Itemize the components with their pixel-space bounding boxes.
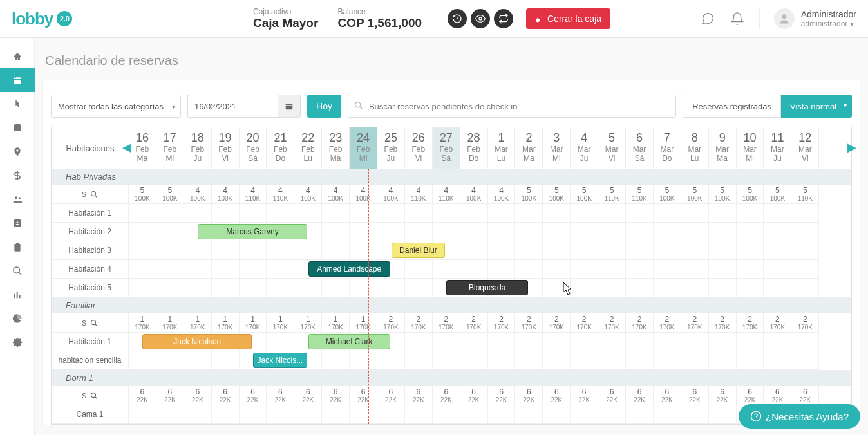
- room-cell[interactable]: [184, 241, 212, 260]
- room-cell[interactable]: [737, 204, 764, 223]
- room-cell[interactable]: [405, 405, 433, 424]
- room-cell[interactable]: [681, 351, 709, 370]
- room-cell[interactable]: [377, 223, 405, 241]
- room-cell[interactable]: [515, 351, 543, 370]
- room-cell[interactable]: [571, 279, 598, 297]
- date-header[interactable]: 28FebDo: [460, 127, 488, 169]
- room-cell[interactable]: [709, 351, 737, 370]
- room-cell[interactable]: [129, 241, 156, 260]
- eye-icon[interactable]: [471, 9, 490, 28]
- room-cell[interactable]: [709, 204, 737, 223]
- room-cell[interactable]: [654, 204, 681, 223]
- help-button[interactable]: ¿Necesitas Ayuda?: [739, 404, 860, 429]
- room-cell[interactable]: [737, 279, 764, 297]
- room-cell[interactable]: [791, 241, 819, 260]
- room-cell[interactable]: [709, 405, 737, 424]
- date-header[interactable]: 27FebSá: [433, 127, 460, 169]
- room-cell[interactable]: [433, 260, 460, 279]
- room-cell[interactable]: [543, 351, 571, 370]
- nav-search[interactable]: [0, 259, 35, 282]
- room-cell[interactable]: [709, 260, 737, 279]
- room-cell[interactable]: [626, 351, 654, 370]
- room-cell[interactable]: [184, 260, 212, 279]
- room-cell[interactable]: [515, 223, 543, 241]
- room-cell[interactable]: [488, 204, 516, 223]
- room-cell[interactable]: [156, 223, 184, 241]
- room-cell[interactable]: [571, 223, 598, 241]
- room-cell[interactable]: [267, 241, 294, 260]
- room-cell[interactable]: [543, 223, 571, 241]
- room-cell[interactable]: [626, 204, 654, 223]
- room-cell[interactable]: [764, 279, 791, 297]
- nav-contact[interactable]: [0, 211, 35, 235]
- room-cell[interactable]: [764, 351, 791, 370]
- room-cell[interactable]: [571, 241, 598, 260]
- room-cell[interactable]: [156, 260, 184, 279]
- room-cell[interactable]: [405, 260, 433, 279]
- date-header[interactable]: 7MarDo: [654, 127, 681, 169]
- room-cell[interactable]: [488, 260, 516, 279]
- room-cell[interactable]: [405, 223, 433, 241]
- room-cell[interactable]: [681, 241, 709, 260]
- room-cell[interactable]: [598, 204, 626, 223]
- room-cell[interactable]: [156, 405, 184, 424]
- room-cell[interactable]: [488, 223, 516, 241]
- room-cell[interactable]: [571, 260, 598, 279]
- room-cell[interactable]: [267, 204, 294, 223]
- date-header[interactable]: 11MarJu: [764, 127, 791, 169]
- room-cell[interactable]: [515, 333, 543, 351]
- room-cell[interactable]: [377, 204, 405, 223]
- room-cell[interactable]: [543, 241, 571, 260]
- room-cell[interactable]: [737, 223, 764, 241]
- nav-stats[interactable]: [0, 282, 35, 306]
- search-input[interactable]: [348, 95, 676, 118]
- date-header[interactable]: 19FebVi: [212, 127, 240, 169]
- date-header[interactable]: 3MarMi: [543, 127, 571, 169]
- room-cell[interactable]: [488, 241, 516, 260]
- room-cell[interactable]: [626, 260, 654, 279]
- room-cell[interactable]: [322, 351, 350, 370]
- room-cell[interactable]: [377, 279, 405, 297]
- date-input[interactable]: [187, 95, 278, 118]
- room-cell[interactable]: [598, 260, 626, 279]
- room-cell[interactable]: [350, 223, 377, 241]
- category-select[interactable]: Mostrar todas las categorías: [51, 95, 181, 118]
- bell-icon[interactable]: [730, 11, 745, 26]
- room-cell[interactable]: [129, 223, 156, 241]
- chat-icon[interactable]: [700, 11, 715, 26]
- room-cell[interactable]: [267, 260, 294, 279]
- room-cell[interactable]: [681, 204, 709, 223]
- date-header[interactable]: 4MarJu: [571, 127, 598, 169]
- date-header[interactable]: 2MarMa: [515, 127, 543, 169]
- date-header[interactable]: 17FebMi: [156, 127, 184, 169]
- date-picker-button[interactable]: [278, 95, 301, 118]
- booking-block[interactable]: Bloqueada: [446, 280, 528, 295]
- nav-users[interactable]: [0, 187, 35, 211]
- date-header[interactable]: 26FebVi: [405, 127, 433, 169]
- room-cell[interactable]: [681, 405, 709, 424]
- room-cell[interactable]: [654, 260, 681, 279]
- room-cell[interactable]: [184, 351, 212, 370]
- nav-location[interactable]: [0, 140, 35, 163]
- room-cell[interactable]: [350, 351, 377, 370]
- calendar-next-icon[interactable]: ▶: [847, 140, 856, 154]
- date-header[interactable]: 1MarLu: [488, 127, 516, 169]
- room-cell[interactable]: [764, 260, 791, 279]
- view-mode-button[interactable]: Vista normal: [781, 95, 852, 118]
- room-cell[interactable]: [626, 223, 654, 241]
- room-cell[interactable]: [543, 333, 571, 351]
- room-cell[interactable]: [488, 405, 516, 424]
- room-cell[interactable]: [764, 241, 791, 260]
- room-cell[interactable]: [543, 405, 571, 424]
- nav-pie[interactable]: [0, 306, 35, 330]
- nav-calendar[interactable]: [0, 68, 35, 92]
- room-cell[interactable]: [543, 279, 571, 297]
- room-cell[interactable]: [240, 241, 267, 260]
- date-header[interactable]: 23FebMa: [322, 127, 350, 169]
- room-cell[interactable]: [350, 204, 377, 223]
- room-cell[interactable]: [764, 333, 791, 351]
- room-cell[interactable]: [377, 351, 405, 370]
- booking-block[interactable]: Michael Clark: [308, 334, 390, 349]
- registered-reservations-button[interactable]: Reservas registradas: [683, 95, 781, 118]
- room-cell[interactable]: [294, 405, 322, 424]
